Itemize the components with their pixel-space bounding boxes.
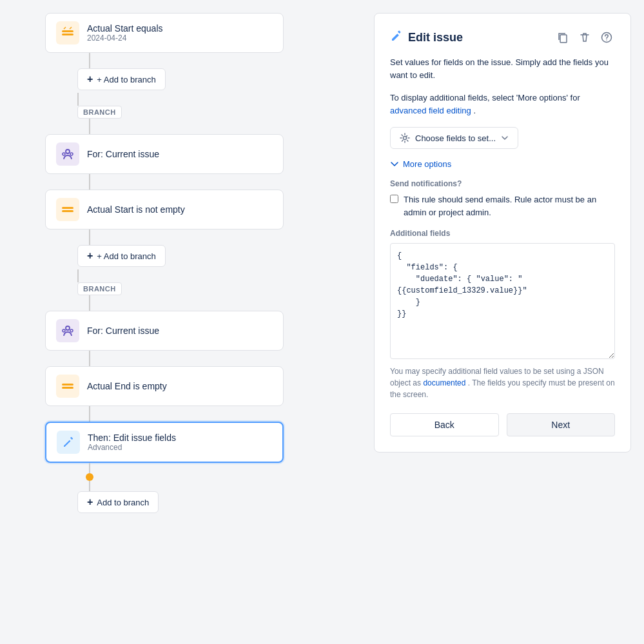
node-title-actual-start-equals: Actual Start equals (87, 23, 163, 34)
send-notifications-label: Send notifications? (390, 179, 615, 188)
chevron-down-icon (501, 134, 509, 142)
svg-rect-12 (560, 35, 567, 43)
svg-point-9 (70, 329, 73, 332)
edit-issue-panel: Edit issue (361, 0, 644, 644)
svg-point-2 (66, 150, 70, 153)
field-hint: You may specify additional field values … (390, 366, 615, 400)
connector-1 (89, 53, 90, 68)
delete-button[interactable] (576, 29, 593, 46)
svg-rect-6 (62, 210, 73, 212)
node-icon-for-current-1 (56, 142, 79, 166)
plus-icon-3: + (87, 496, 93, 508)
connector-4 (89, 229, 90, 245)
add-to-branch-button-2[interactable]: + + Add to branch (77, 245, 166, 267)
branch-label-1: BRANCH (77, 106, 122, 119)
connector-6 (89, 351, 90, 366)
checkbox-label: This rule should send emails. Rule actor… (404, 193, 615, 219)
node-title-edit-issue: Then: Edit issue fields (88, 433, 176, 443)
send-notifications-row: This rule should send emails. Rule actor… (390, 193, 615, 219)
plus-icon-2: + (87, 250, 93, 262)
card-title-row: Edit issue (390, 30, 463, 45)
svg-rect-10 (62, 384, 73, 385)
svg-rect-1 (62, 34, 73, 35)
connector-9 (89, 481, 90, 491)
node-for-current-issue-2[interactable]: For: Current issue (45, 311, 284, 351)
svg-point-7 (66, 326, 70, 330)
advanced-field-editing-link[interactable]: advanced field editing (390, 106, 471, 115)
node-icon-actual-end-empty (56, 375, 79, 398)
add-to-branch-label-1: + Add to branch (97, 75, 155, 84)
connector-7 (89, 406, 90, 422)
add-to-branch-button-3[interactable]: + Add to branch (77, 491, 159, 513)
connector-3 (89, 174, 90, 190)
svg-rect-0 (62, 30, 73, 32)
node-subtitle-actual-start-equals: 2024-04-24 (87, 34, 163, 43)
node-actual-start-equals[interactable]: Actual Start equals 2024-04-24 (45, 13, 284, 53)
node-icon-edit-issue (57, 431, 80, 454)
svg-point-3 (63, 153, 65, 155)
add-to-branch-label-2: + Add to branch (97, 251, 155, 261)
svg-point-14 (606, 39, 607, 41)
node-actual-end-empty[interactable]: Actual End is empty (45, 366, 284, 406)
connector-2 (89, 119, 90, 134)
node-icon-actual-start-not-empty (56, 198, 79, 221)
documented-link[interactable]: documented (423, 378, 465, 387)
connector-branch-line-1 (77, 93, 79, 106)
svg-rect-5 (62, 207, 73, 209)
add-to-branch-label-3: Add to branch (97, 498, 149, 507)
orange-dot (86, 473, 93, 481)
btn-row: Back Next (390, 413, 615, 436)
help-button[interactable] (598, 29, 615, 46)
gear-icon (400, 133, 410, 143)
additional-fields-label: Additional fields (390, 229, 615, 238)
card-title: Edit issue (408, 31, 463, 44)
back-button[interactable]: Back (390, 413, 499, 436)
node-actual-start-not-empty[interactable]: Actual Start is not empty (45, 190, 284, 229)
send-notifications-checkbox[interactable] (390, 195, 398, 203)
node-then-edit-issue[interactable]: Then: Edit issue fields Advanced (45, 422, 284, 463)
card-header: Edit issue (390, 29, 615, 46)
plus-icon-1: + (87, 73, 93, 85)
node-subtitle-edit-issue: Advanced (88, 443, 176, 452)
choose-fields-label: Choose fields to set... (415, 133, 496, 143)
node-icon-actual-start-equals (56, 21, 79, 44)
node-title-for-current-1: For: Current issue (87, 149, 159, 159)
node-for-current-issue-1[interactable]: For: Current issue (45, 134, 284, 174)
more-options-label: More options (403, 159, 451, 169)
connector-8 (89, 463, 90, 473)
connector-branch-line-2 (77, 269, 79, 282)
node-title-actual-end-empty: Actual End is empty (87, 381, 167, 391)
card-icons (554, 29, 615, 46)
copy-button[interactable] (554, 29, 571, 46)
additional-fields-textarea[interactable]: { "fields": { "duedate": { "value": " {{… (390, 243, 615, 359)
svg-point-4 (70, 153, 73, 155)
svg-rect-11 (62, 387, 73, 389)
workflow-panel: Actual Start equals 2024-04-24 + + Add t… (0, 0, 361, 644)
branch-label-2: BRANCH (77, 282, 122, 295)
card-description: Set values for fields on the issue. Simp… (390, 56, 615, 81)
add-to-branch-button-1[interactable]: + + Add to branch (77, 68, 166, 90)
connector-5 (89, 295, 90, 311)
pencil-icon (390, 30, 403, 45)
edit-issue-card: Edit issue (374, 13, 631, 453)
card-description-2: To display additional fields, select 'Mo… (390, 92, 615, 117)
node-title-actual-start-not-empty: Actual Start is not empty (87, 204, 185, 215)
more-options-row[interactable]: More options (390, 159, 615, 169)
next-button[interactable]: Next (507, 413, 616, 436)
node-icon-for-current-2 (56, 319, 79, 342)
choose-fields-button[interactable]: Choose fields to set... (390, 127, 518, 149)
node-title-for-current-2: For: Current issue (87, 326, 159, 336)
svg-point-8 (63, 329, 65, 332)
chevron-down-icon-more (390, 160, 399, 169)
